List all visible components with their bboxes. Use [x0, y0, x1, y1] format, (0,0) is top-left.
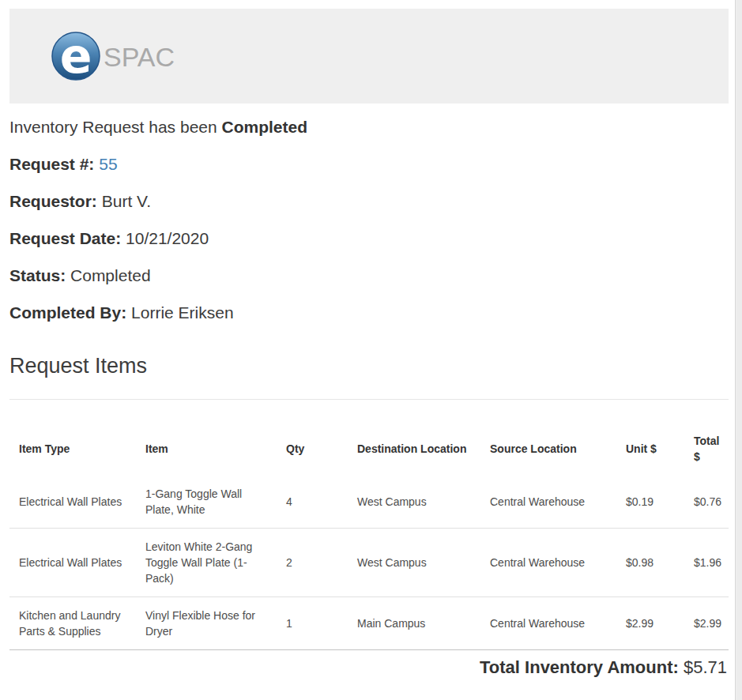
- request-items-table: Item Type Item Qty Destination Location …: [9, 422, 729, 650]
- completed-by-value: Lorrie Eriksen: [131, 303, 234, 322]
- cell-total-price: $1.96: [684, 529, 729, 597]
- cell-total-price: $2.99: [684, 597, 729, 650]
- cell-item: Leviton White 2-Gang Toggle Wall Plate (…: [136, 529, 277, 597]
- cell-item-type: Electrical Wall Plates: [9, 476, 136, 529]
- request-number-line: Request #: 55: [9, 155, 729, 174]
- vertical-scrollbar-thumb[interactable]: [736, 0, 742, 700]
- status-line: Status: Completed: [9, 266, 729, 285]
- section-divider: [9, 399, 729, 400]
- logo-e-letter: e: [60, 31, 92, 81]
- header-band: e SPACE: [9, 9, 729, 103]
- request-number-label: Request #:: [9, 155, 94, 173]
- cell-destination-location: West Campus: [348, 476, 480, 529]
- request-number-link[interactable]: 55: [99, 155, 117, 173]
- column-header-total-price: Total $: [684, 422, 729, 476]
- cell-item-type: Electrical Wall Plates: [9, 529, 136, 597]
- column-header-qty: Qty: [277, 422, 348, 476]
- espace-logo: e SPACE: [51, 31, 176, 81]
- status-label: Status:: [9, 266, 66, 284]
- table-row: Electrical Wall Plates 1-Gang Toggle Wal…: [9, 476, 729, 529]
- cell-destination-location: West Campus: [348, 529, 480, 597]
- cell-item-type: Kitchen and Laundry Parts & Supplies: [9, 597, 136, 650]
- cell-qty: 4: [277, 476, 348, 529]
- column-header-unit-price: Unit $: [616, 422, 684, 476]
- cell-source-location: Central Warehouse: [480, 529, 616, 597]
- intro-status: Completed: [222, 118, 308, 136]
- completed-by-line: Completed By: Lorrie Eriksen: [9, 303, 729, 322]
- request-date-label: Request Date:: [9, 229, 121, 247]
- intro-line: Inventory Request has been Completed: [9, 118, 729, 137]
- request-date-line: Request Date: 10/21/2020: [9, 229, 729, 248]
- cell-qty: 2: [277, 529, 348, 597]
- table-row: Kitchen and Laundry Parts & Supplies Vin…: [9, 597, 729, 650]
- total-inventory-line: Total Inventory Amount: $5.71: [9, 657, 729, 678]
- cell-unit-price: $0.98: [616, 529, 684, 597]
- intro-prefix: Inventory Request has been: [9, 118, 222, 136]
- section-title-request-items: Request Items: [9, 354, 729, 378]
- table-row: Electrical Wall Plates Leviton White 2-G…: [9, 529, 729, 597]
- email-body: e SPACE Inventory Request has been Compl…: [9, 9, 729, 678]
- column-header-item-type: Item Type: [9, 422, 136, 476]
- logo-wordmark: SPACE: [104, 42, 176, 72]
- cell-item: 1-Gang Toggle Wall Plate, White: [136, 476, 277, 529]
- cell-source-location: Central Warehouse: [480, 597, 616, 650]
- cell-unit-price: $0.19: [616, 476, 684, 529]
- total-inventory-value: $5.71: [684, 657, 727, 677]
- cell-destination-location: Main Campus: [348, 597, 480, 650]
- requestor-value: Burt V.: [102, 192, 151, 210]
- requestor-label: Requestor:: [9, 192, 97, 210]
- column-header-source-location: Source Location: [480, 422, 616, 476]
- cell-source-location: Central Warehouse: [480, 476, 616, 529]
- column-header-item: Item: [136, 422, 277, 476]
- column-header-destination-location: Destination Location: [348, 422, 480, 476]
- cell-total-price: $0.76: [684, 476, 729, 529]
- vertical-scrollbar[interactable]: [735, 0, 742, 700]
- espace-logo-icon: e SPACE: [51, 31, 176, 81]
- cell-qty: 1: [277, 597, 348, 650]
- cell-unit-price: $2.99: [616, 597, 684, 650]
- request-date-value: 10/21/2020: [126, 229, 209, 247]
- table-header-row: Item Type Item Qty Destination Location …: [9, 422, 729, 476]
- cell-item: Vinyl Flexible Hose for Dryer: [136, 597, 277, 650]
- total-inventory-label: Total Inventory Amount:: [480, 657, 679, 677]
- status-value: Completed: [70, 266, 151, 284]
- requestor-line: Requestor: Burt V.: [9, 192, 729, 211]
- completed-by-label: Completed By:: [9, 303, 126, 322]
